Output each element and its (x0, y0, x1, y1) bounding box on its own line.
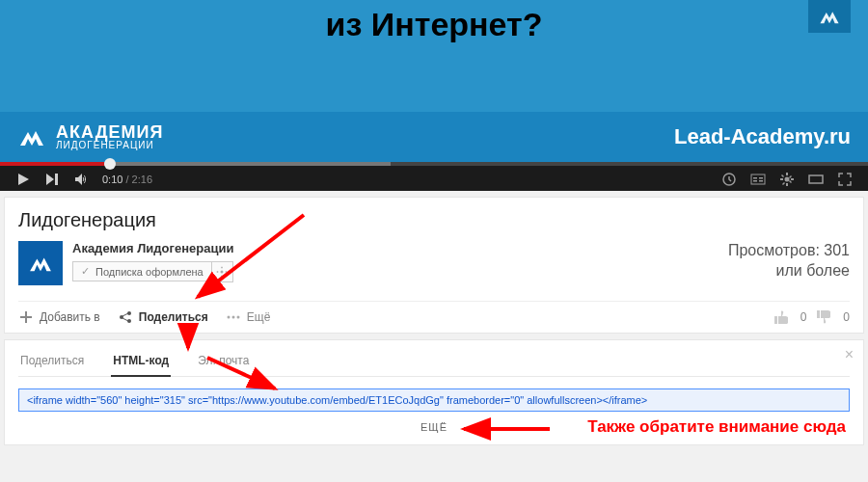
channel-avatar[interactable] (18, 241, 63, 285)
video-lower-third: АКАДЕМИЯ ЛИДОГЕНЕРАЦИИ Lead-Academy.ru (0, 112, 868, 162)
add-to-button[interactable]: Добавить в (18, 309, 100, 325)
video-overlay-text: из Интернет? (0, 0, 868, 43)
views-line2: или более (728, 261, 850, 281)
academy-brand: АКАДЕМИЯ ЛИДОГЕНЕРАЦИИ (17, 123, 163, 150)
view-count: Просмотров: 301 или более (728, 241, 850, 281)
lead-academy-url: Lead-Academy.ru (674, 124, 851, 149)
svg-rect-4 (753, 180, 757, 182)
views-line1: Просмотров: 301 (728, 241, 850, 261)
svg-point-13 (231, 316, 234, 319)
svg-rect-7 (809, 175, 823, 183)
progress-bar[interactable] (0, 162, 868, 166)
tab-share[interactable]: Поделиться (18, 348, 86, 376)
subscribe-button[interactable]: ✓ Подписка оформлена (72, 261, 212, 281)
duration: 2:16 (132, 174, 152, 185)
academy-logo-icon (17, 126, 46, 147)
share-button[interactable]: Поделиться (118, 309, 208, 325)
cc-icon[interactable] (750, 172, 766, 187)
player-controls: 0:10 / 2:16 (0, 162, 868, 191)
watermark-badge[interactable] (808, 0, 851, 33)
close-icon[interactable]: × (845, 346, 854, 363)
embed-more-button[interactable]: ЕЩЁ (420, 421, 448, 433)
svg-rect-2 (753, 177, 757, 179)
fullscreen-icon[interactable] (837, 172, 853, 187)
check-icon: ✓ (81, 265, 90, 278)
theater-icon[interactable] (808, 172, 824, 187)
dislike-count: 0 (843, 310, 850, 324)
video-frame[interactable]: из Интернет? АКАДЕМИЯ ЛИДОГЕНЕРАЦИИ Lead… (0, 0, 868, 162)
subscribe-settings-button[interactable] (212, 261, 233, 282)
share-panel: × Поделиться HTML-код Эл. почта ЕЩЁ Такж… (4, 339, 864, 445)
likes-container: 0 0 (773, 309, 850, 325)
channel-name[interactable]: Академия Лидогенерации (72, 241, 233, 255)
tab-embed[interactable]: HTML-код (111, 348, 171, 377)
tab-email[interactable]: Эл. почта (196, 348, 251, 376)
next-icon[interactable] (44, 172, 60, 187)
academy-line1: АКАДЕМИЯ (56, 123, 163, 141)
more-label: Ещё (247, 310, 271, 324)
like-count: 0 (800, 310, 807, 324)
video-meta-card: Лидогенерация Академия Лидогенерации ✓ П… (4, 197, 864, 334)
embed-code-input[interactable] (18, 388, 850, 412)
svg-point-12 (227, 316, 230, 319)
svg-point-14 (236, 316, 239, 319)
plus-icon (18, 309, 34, 325)
svg-point-8 (221, 271, 224, 274)
svg-rect-5 (759, 180, 763, 182)
volume-icon[interactable] (73, 172, 89, 187)
time-display: 0:10 / 2:16 (102, 174, 152, 185)
video-title: Лидогенерация (18, 209, 850, 231)
play-icon[interactable] (15, 172, 31, 187)
progress-played (0, 162, 104, 166)
add-to-label: Добавить в (40, 310, 100, 324)
share-icon (118, 309, 133, 325)
progress-knob[interactable] (104, 158, 116, 170)
settings-icon[interactable] (779, 172, 795, 187)
share-tabs: Поделиться HTML-код Эл. почта (18, 348, 850, 377)
share-label: Поделиться (139, 310, 208, 324)
current-time: 0:10 (102, 174, 122, 185)
video-player: из Интернет? АКАДЕМИЯ ЛИДОГЕНЕРАЦИИ Lead… (0, 0, 868, 191)
academy-line2: ЛИДОГЕНЕРАЦИИ (56, 141, 163, 150)
svg-rect-3 (759, 177, 763, 179)
thumb-down-icon[interactable] (816, 309, 833, 325)
more-dots-icon (226, 309, 241, 325)
watch-later-icon[interactable] (721, 172, 737, 187)
thumb-up-icon[interactable] (773, 309, 791, 325)
svg-rect-1 (751, 174, 765, 184)
more-button[interactable]: Ещё (226, 309, 271, 325)
subscribe-label: Подписка оформлена (95, 266, 203, 278)
action-row: Добавить в Поделиться Ещё 0 0 (18, 301, 850, 325)
svg-point-6 (785, 177, 790, 182)
